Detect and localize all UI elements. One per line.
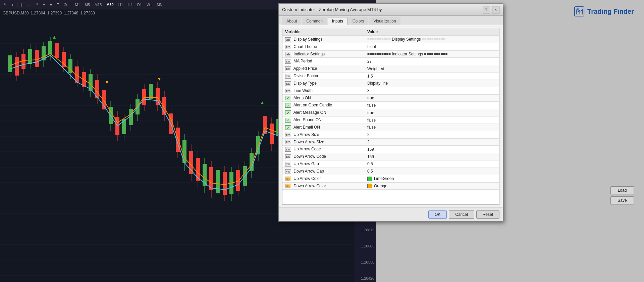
cancel-button[interactable]: Cancel: [449, 210, 474, 219]
table-cell-variable: ✓ Alerts ON: [282, 94, 365, 102]
table-row[interactable]: ab Indicator Settings========== Indicato…: [282, 50, 499, 58]
var-type-icon: 123: [285, 89, 291, 93]
tf-m15[interactable]: M15: [93, 2, 103, 7]
var-value: 27: [367, 59, 372, 64]
table-cell-variable: Y% Up Arrow Gap: [282, 160, 365, 168]
table-row[interactable]: Y% Down Arrow Gap0.5: [282, 168, 499, 175]
color-swatch: [367, 184, 372, 188]
load-button[interactable]: Load: [610, 186, 634, 194]
price-level-16: 1.28550: [356, 260, 374, 264]
var-value: false: [367, 125, 376, 130]
table-cell-value: ========== Display Settings ==========: [365, 36, 499, 43]
var-value: true: [367, 110, 374, 115]
table-row[interactable]: ab Display Settings========== Display Se…: [282, 36, 499, 43]
table-row[interactable]: 123 Down Arrow Size2: [282, 138, 499, 146]
toolbar-vline[interactable]: |: [19, 2, 24, 7]
svg-rect-29: [48, 41, 52, 54]
table-row[interactable]: 🎨 Down Arrow ColorOrange: [282, 182, 499, 190]
var-value: 2: [367, 132, 370, 137]
table-row[interactable]: 123 Down Arrow Code159: [282, 153, 499, 160]
var-name: Indicator Settings: [292, 52, 325, 56]
var-name: Alert Sound ON: [292, 117, 322, 122]
table-row[interactable]: ✓ Alert Email ONfalse: [282, 124, 499, 131]
table-row[interactable]: ✓ Alert on Open Candlefalse: [282, 102, 499, 109]
chart-price-close: 1.27383: [80, 11, 95, 15]
tf-m5[interactable]: M5: [83, 2, 92, 7]
candle-34: [229, 167, 233, 201]
tab-about[interactable]: About: [282, 17, 301, 25]
down-arrow-2: ▼: [105, 80, 109, 85]
table-cell-value: Light: [365, 43, 499, 50]
table-row[interactable]: 123 Up Arrow Code159: [282, 146, 499, 153]
var-type-icon: 123: [285, 66, 291, 71]
table-cell-value: false: [365, 124, 499, 131]
svg-rect-75: [203, 164, 207, 186]
table-row[interactable]: Y% Up Arrow Gap0.5: [282, 160, 499, 168]
toolbar-hline[interactable]: —: [25, 2, 32, 7]
table-row[interactable]: ✓ Alert Message ONtrue: [282, 109, 499, 116]
table-row[interactable]: ✓ Alert Sound ONfalse: [282, 116, 499, 124]
table-row[interactable]: 123 Applied PriceWeighted: [282, 65, 499, 73]
table-cell-value: true: [365, 109, 499, 116]
dialog-table: Variable Value ab Display Settings======…: [282, 28, 499, 190]
var-value: Weighted: [367, 66, 384, 71]
table-cell-variable: 🎨 Down Arrow Color: [282, 182, 365, 190]
var-value: ========== Display Settings ==========: [367, 37, 445, 42]
dialog: Custom Indicator - Zerolag Moving Averag…: [278, 3, 503, 222]
var-type-icon: 123: [285, 154, 291, 159]
dialog-table-container[interactable]: Variable Value ab Display Settings======…: [282, 28, 499, 205]
table-row[interactable]: Y% Divisor Factor1.5: [282, 73, 499, 80]
toolbar-label[interactable]: T: [55, 2, 61, 7]
dialog-close-button[interactable]: ×: [492, 6, 499, 13]
candle-6: [42, 42, 46, 67]
candle-23: [156, 82, 160, 111]
tf-m30[interactable]: M30: [105, 2, 115, 7]
save-button[interactable]: Save: [610, 196, 634, 204]
candle-4: [28, 44, 32, 69]
ok-button[interactable]: OK: [428, 210, 447, 219]
toolbar-cursor[interactable]: ↖: [2, 2, 8, 7]
var-name: Up Arrow Color: [292, 176, 321, 181]
var-value: Light: [367, 44, 376, 49]
var-type-icon: ✓: [285, 103, 291, 108]
table-row[interactable]: 123 Display TypeDisplay line: [282, 80, 499, 87]
table-cell-value: false: [365, 116, 499, 124]
reset-button[interactable]: Reset: [476, 210, 499, 219]
tf-w1[interactable]: W1: [145, 2, 154, 7]
table-cell-value: 27: [365, 58, 499, 65]
table-row[interactable]: 123 Line Width3: [282, 87, 499, 94]
tab-common[interactable]: Common: [302, 17, 327, 25]
tf-mn[interactable]: MN: [155, 2, 164, 7]
var-value: false: [367, 118, 376, 123]
tf-h1[interactable]: H1: [117, 2, 125, 7]
candle-37: [250, 148, 254, 178]
tab-colors[interactable]: Colors: [348, 17, 369, 25]
table-row[interactable]: 🎨 Up Arrow ColorLimeGreen: [282, 175, 499, 182]
toolbar-ellipse[interactable]: ◎: [62, 2, 69, 7]
table-cell-value: false: [365, 102, 499, 109]
var-value: 0.5: [367, 161, 373, 166]
toolbar-trend[interactable]: ↗: [34, 2, 40, 7]
table-row[interactable]: 123 Up Arrow Size2: [282, 131, 499, 138]
var-type-icon: ab: [285, 52, 291, 56]
toolbar-channel[interactable]: ⌖: [41, 2, 47, 7]
dialog-help-button[interactable]: ?: [483, 6, 490, 13]
tf-h4[interactable]: H4: [126, 2, 134, 7]
tab-inputs[interactable]: Inputs: [328, 17, 347, 25]
toolbar-crosshair[interactable]: +: [10, 2, 15, 7]
var-value: LimeGreen: [374, 176, 394, 181]
svg-rect-23: [28, 49, 32, 64]
tf-d1[interactable]: D1: [136, 2, 144, 7]
var-name: Up Arrow Gap: [292, 161, 319, 166]
table-row[interactable]: ✓ Alerts ONtrue: [282, 94, 499, 102]
table-cell-value: 3: [365, 87, 499, 94]
table-header-row: Variable Value: [282, 28, 499, 36]
toolbar-text[interactable]: A: [48, 2, 54, 7]
tab-visualization[interactable]: Visualization: [369, 17, 400, 25]
var-type-icon: Y%: [285, 162, 291, 167]
candle-30: [203, 158, 207, 193]
table-cell-variable: 123 Down Arrow Code: [282, 153, 365, 160]
table-row[interactable]: 123 MA Period27: [282, 58, 499, 65]
tf-m1[interactable]: M1: [73, 2, 82, 7]
table-row[interactable]: 123 Chart ThemeLight: [282, 43, 499, 50]
